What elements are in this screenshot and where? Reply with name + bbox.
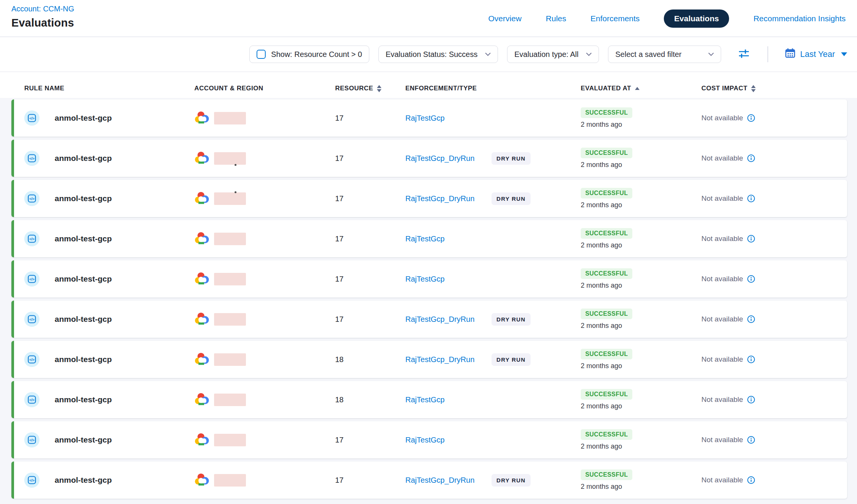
info-icon[interactable] [747,476,755,484]
column-header-resource[interactable]: RESOURCE [335,85,405,92]
enforcement-link[interactable]: RajTestGcp_DryRun [405,194,474,203]
nav-tab-enforcements[interactable]: Enforcements [591,14,640,23]
table-row[interactable]: </> anmol-test-gcp 17 RajTest [11,260,847,298]
info-icon[interactable] [747,114,755,122]
enforcement-link[interactable]: RajTestGcp [405,275,444,284]
redaction-artifact-dot [235,191,236,193]
resource-count: 17 [335,114,405,123]
table-row[interactable]: </> anmol-test-gcp 17 RajTest [11,421,847,458]
column-header-evaluated-at[interactable]: EVALUATED AT [581,85,701,92]
evaluated-time: 2 months ago [581,443,622,450]
nav-tab-overview[interactable]: Overview [488,14,522,23]
cost-impact-value: Not available [701,275,743,283]
gcp-logo-icon [194,272,210,287]
cost-impact-value: Not available [701,395,743,404]
redacted-account-id [214,152,246,165]
rule-name-cell: </> anmol-test-gcp [24,191,194,206]
rule-name: anmol-test-gcp [55,315,112,324]
breadcrumb[interactable]: Account: CCM-NG [11,5,74,13]
rule-name-cell: </> anmol-test-gcp [24,110,194,126]
cost-impact-cell: Not available [701,355,847,364]
resource-count: 17 [335,275,405,284]
resource-count-checkbox[interactable] [257,50,266,59]
cost-impact-cell: Not available [701,275,847,283]
dry-run-badge: DRY RUN [492,192,531,205]
rule-name: anmol-test-gcp [55,355,112,364]
cost-impact-cell: Not available [701,476,847,484]
svg-text:</>: </> [29,277,35,281]
saved-filter-select[interactable]: Select a saved filter [608,46,721,63]
info-icon[interactable] [747,436,755,444]
table-header-row: RULE NAMEACCOUNT & REGIONRESOURCEENFORCE… [11,80,847,97]
gcp-logo-icon [194,433,210,447]
table-row[interactable]: </> anmol-test-gcp 17 RajTest [11,301,847,338]
status-badge: SUCCESSFUL [581,309,632,319]
saved-filter-placeholder: Select a saved filter [615,50,682,59]
rule-name: anmol-test-gcp [55,395,112,404]
dry-run-badge: DRY RUN [492,152,531,165]
dry-run-badge: DRY RUN [492,353,531,366]
rule-icon: </> [24,271,39,287]
column-header-account-region: ACCOUNT & REGION [194,85,335,92]
enforcement-link[interactable]: RajTestGcp [405,114,444,123]
resource-count: 17 [335,315,405,324]
filter-settings-button[interactable] [737,47,751,62]
date-range-picker[interactable]: Last Year [785,48,847,61]
table-row[interactable]: </> anmol-test-gcp 17 RajTest [11,180,847,217]
sort-icon [751,85,756,92]
rule-icon: </> [24,191,39,206]
cost-impact-cell: Not available [701,436,847,444]
redacted-account-id [214,474,246,487]
nav-tab-evaluations[interactable]: Evaluations [664,9,729,28]
info-icon[interactable] [747,235,755,243]
cost-impact-cell: Not available [701,114,847,122]
account-region-cell [194,392,335,407]
evaluation-status-dropdown[interactable]: Evaluation Status: Success [378,46,498,63]
gcp-logo-icon [194,312,210,327]
evaluation-type-dropdown[interactable]: Evaluation type: All [507,46,599,63]
svg-text:</>: </> [29,358,35,362]
rule-icon: </> [24,151,39,166]
info-icon[interactable] [747,315,755,323]
sliders-icon [737,47,751,62]
account-region-cell [194,352,335,367]
redacted-account-id [214,313,246,326]
status-badge: SUCCESSFUL [581,429,632,440]
cost-impact-value: Not available [701,476,743,484]
nav-tab-rules[interactable]: Rules [546,14,566,23]
svg-text:</>: </> [29,317,35,321]
enforcement-link[interactable]: RajTestGcp_DryRun [405,154,474,163]
evaluated-time: 2 months ago [581,121,622,129]
enforcement-link[interactable]: RajTestGcp_DryRun [405,315,474,324]
evaluated-at-cell: SUCCESSFUL 2 months ago [581,309,701,330]
info-icon[interactable] [747,395,755,404]
sort-asc-icon [635,87,640,90]
cost-impact-value: Not available [701,315,743,323]
status-badge: SUCCESSFUL [581,228,632,239]
evaluated-at-cell: SUCCESSFUL 2 months ago [581,469,701,491]
table-row[interactable]: </> anmol-test-gcp 17 RajTest [11,140,847,177]
enforcement-cell: RajTestGcp [405,436,581,444]
info-icon[interactable] [747,355,755,364]
enforcement-link[interactable]: RajTestGcp [405,395,444,404]
table-row[interactable]: </> anmol-test-gcp 18 RajTest [11,341,847,378]
info-icon[interactable] [747,275,755,283]
column-header-cost-impact[interactable]: COST IMPACT [701,85,847,92]
table-row[interactable]: </> anmol-test-gcp 17 RajTest [11,461,847,499]
info-icon[interactable] [747,194,755,203]
account-region-cell [194,272,335,287]
table-row[interactable]: </> anmol-test-gcp 17 RajTest [11,99,847,137]
resource-count-filter-toggle[interactable]: Show: Resource Count > 0 [249,46,369,63]
enforcement-link[interactable]: RajTestGcp_DryRun [405,355,474,364]
enforcement-link[interactable]: RajTestGcp [405,436,444,444]
nav-tab-recommendation-insights[interactable]: Recommendation Insights [753,14,846,23]
rule-name-cell: </> anmol-test-gcp [24,472,194,488]
table-row[interactable]: </> anmol-test-gcp 17 RajTest [11,220,847,257]
redacted-account-id [214,273,246,285]
svg-text:</>: </> [29,478,35,482]
info-icon[interactable] [747,154,755,162]
account-region-cell [194,473,335,488]
table-row[interactable]: </> anmol-test-gcp 18 RajTest [11,381,847,418]
enforcement-link[interactable]: RajTestGcp_DryRun [405,476,474,485]
enforcement-link[interactable]: RajTestGcp [405,235,444,243]
